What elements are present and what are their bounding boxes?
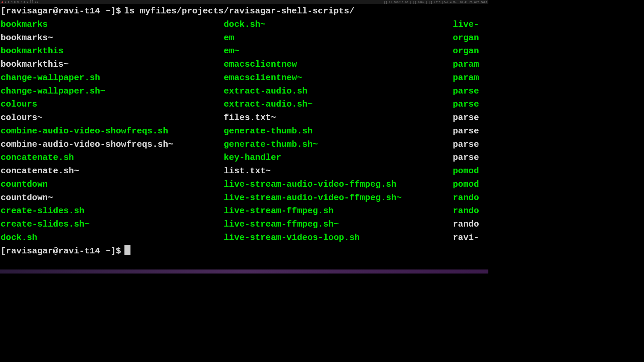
- cursor-block: [124, 245, 130, 255]
- workspace-3[interactable]: 3: [8, 0, 9, 4]
- file-entry: live-stream-audio-video-ffmpeg.sh: [224, 178, 453, 191]
- top-status-bar: 1 2 3 4 5 6 7 8 9 [] st [] 11.60G/15.0G …: [0, 0, 488, 4]
- file-entry: live-stream-ffmpeg.sh~: [224, 218, 453, 231]
- terminal[interactable]: [ravisagar@ravi-t14 ~]$ ls myfiles/proje…: [0, 4, 488, 259]
- file-entry: countdown~: [1, 191, 224, 205]
- file-entry: bookmarks~: [1, 32, 224, 45]
- file-entry: countdown: [1, 178, 224, 191]
- file-entry: pomod: [453, 178, 488, 191]
- workspace-7[interactable]: 7: [20, 0, 22, 4]
- layout-indicator: []: [30, 0, 34, 4]
- file-entry: concatenate.sh~: [1, 165, 224, 178]
- file-entry: live-: [453, 18, 488, 32]
- file-entry: bookmarkthis: [1, 45, 224, 58]
- file-entry: concatenate.sh: [1, 151, 224, 165]
- file-entry: live-stream-audio-video-ffmpeg.sh~: [224, 191, 453, 205]
- file-entry: organ: [453, 45, 488, 58]
- ls-column-2: dock.sh~emem~emacsclientnewemacsclientne…: [224, 18, 453, 245]
- file-entry: rando: [453, 204, 488, 218]
- file-entry: list.txt~: [224, 165, 453, 178]
- file-entry: bookmarks: [1, 18, 224, 32]
- file-entry: rando: [453, 191, 488, 205]
- file-entry: live-stream-videos-loop.sh: [224, 231, 453, 245]
- file-entry: parse: [453, 85, 488, 98]
- ls-column-3: live-organorganparamparamparseparseparse…: [453, 18, 488, 245]
- file-entry: param: [453, 71, 488, 85]
- file-entry: parse: [453, 125, 488, 138]
- command-line-2: [ravisagar@ravi-t14 ~]$: [1, 245, 488, 258]
- ls-column-1: bookmarksbookmarks~bookmarkthisbookmarkt…: [1, 18, 224, 245]
- file-entry: parse: [453, 138, 488, 152]
- workspace-1[interactable]: 1: [1, 0, 3, 4]
- file-entry: em: [224, 32, 453, 45]
- file-entry: files.txt~: [224, 111, 453, 125]
- file-entry: change-wallpaper.sh: [1, 71, 224, 85]
- file-entry: parse: [453, 151, 488, 165]
- shell-prompt: [ravisagar@ravi-t14 ~]$: [1, 245, 121, 258]
- typed-command: ls myfiles/projects/ravisagar-shell-scri…: [124, 5, 355, 18]
- file-entry: parse: [453, 111, 488, 125]
- file-entry: ravi-: [453, 231, 488, 245]
- file-entry: organ: [453, 32, 488, 45]
- file-entry: live-stream-ffmpeg.sh: [224, 204, 453, 218]
- file-entry: combine-audio-video-showfreqs.sh: [1, 125, 224, 138]
- file-entry: combine-audio-video-showfreqs.sh~: [1, 138, 224, 152]
- workspace-tags: 1 2 3 4 5 6 7 8 9 [] st: [1, 0, 38, 4]
- file-entry: change-wallpaper.sh~: [1, 85, 224, 98]
- file-entry: extract-audio.sh: [224, 85, 453, 98]
- file-entry: generate-thumb.sh: [224, 125, 453, 138]
- file-entry: em~: [224, 45, 453, 58]
- file-entry: create-slides.sh~: [1, 218, 224, 231]
- file-entry: dock.sh~: [224, 18, 453, 32]
- workspace-6[interactable]: 6: [17, 0, 19, 4]
- window-title: st: [35, 0, 38, 4]
- file-entry: emacsclientnew: [224, 58, 453, 71]
- file-entry: colours~: [1, 111, 224, 125]
- ls-output: bookmarksbookmarks~bookmarkthisbookmarkt…: [1, 18, 488, 245]
- workspace-4[interactable]: 4: [11, 0, 12, 4]
- file-entry: dock.sh: [1, 231, 224, 245]
- file-entry: create-slides.sh: [1, 204, 224, 218]
- desktop-sliver: [0, 269, 488, 274]
- command-line-1: [ravisagar@ravi-t14 ~]$ ls myfiles/proje…: [1, 5, 488, 18]
- file-entry: key-handler: [224, 151, 453, 165]
- status-text: [] 11.60G/15.0G | [] 100% | [] +7°C |Sat…: [384, 1, 487, 4]
- file-entry: rando: [453, 218, 488, 231]
- workspace-9[interactable]: 9: [26, 0, 28, 4]
- workspace-2[interactable]: 2: [4, 0, 6, 4]
- file-entry: emacsclientnew~: [224, 71, 453, 85]
- file-entry: generate-thumb.sh~: [224, 138, 453, 152]
- file-entry: extract-audio.sh~: [224, 98, 453, 111]
- workspace-5[interactable]: 5: [14, 0, 16, 4]
- file-entry: parse: [453, 98, 488, 111]
- file-entry: param: [453, 58, 488, 71]
- file-entry: bookmarkthis~: [1, 58, 224, 71]
- file-entry: pomod: [453, 165, 488, 178]
- file-entry: colours: [1, 98, 224, 111]
- shell-prompt: [ravisagar@ravi-t14 ~]$: [1, 5, 121, 18]
- workspace-8[interactable]: 8: [23, 0, 25, 4]
